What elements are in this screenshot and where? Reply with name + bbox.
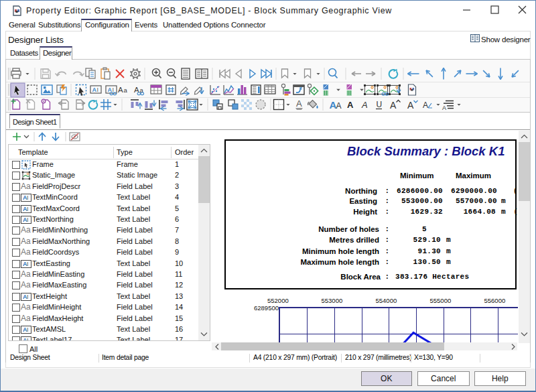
svg-text:A: A	[108, 86, 113, 93]
svg-text:A: A	[296, 99, 302, 109]
svg-text:I: I	[27, 206, 29, 212]
svg-text:I: I	[27, 216, 29, 223]
svg-text:I: I	[27, 293, 29, 300]
svg-text:A: A	[442, 105, 446, 111]
svg-text:A: A	[92, 86, 97, 93]
svg-text:A: A	[423, 101, 428, 110]
svg-text:I: I	[97, 86, 99, 93]
svg-text:I: I	[27, 194, 29, 201]
svg-text:A: A	[407, 100, 414, 111]
svg-text:I: I	[27, 326, 29, 333]
svg-text:U: U	[377, 100, 383, 109]
svg-text:A: A	[361, 100, 368, 110]
svg-text:A: A	[390, 100, 397, 111]
svg-text:I: I	[113, 86, 115, 93]
svg-text:I: I	[27, 261, 29, 267]
svg-text:I: I	[27, 337, 29, 341]
svg-text:A: A	[336, 101, 342, 111]
svg-text:a: a	[124, 86, 128, 94]
svg-text:A: A	[118, 86, 123, 94]
svg-text:A: A	[347, 100, 354, 110]
